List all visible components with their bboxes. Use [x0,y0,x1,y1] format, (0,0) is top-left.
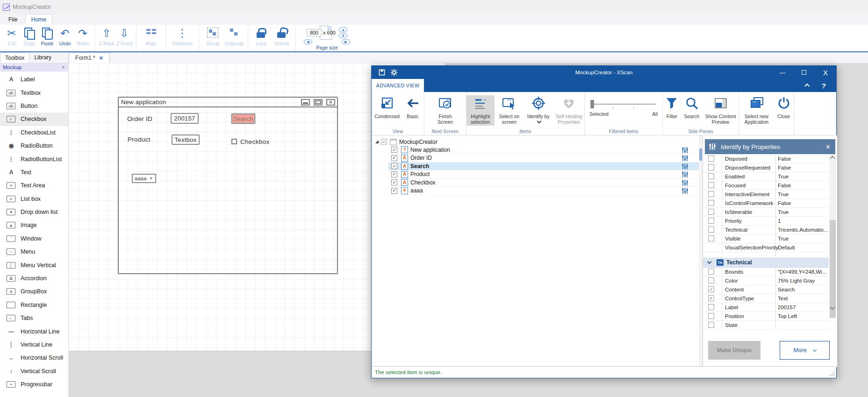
page-width-input[interactable]: 800 [307,29,322,36]
properties-scrollbar-thumb[interactable] [830,220,836,318]
xscan-titlebar[interactable]: MockupCreator - XScan — X [372,66,836,79]
ribbon-button[interactable]: Ungroup [223,26,245,46]
property-checkbox[interactable]: ✓ [708,191,714,197]
property-row[interactable]: ✓ IsSteerable True [703,208,829,217]
toolbox-item[interactable]: — Horizontal Line [0,325,68,338]
toolbox-item[interactable]: A Label [0,73,68,86]
toolbox-item[interactable]: ▴ Image [0,219,68,232]
property-checkbox[interactable]: ✓ [708,322,714,328]
product-textbox[interactable]: Textbox [172,135,200,145]
toolbox-tab[interactable]: Toolbox [0,52,29,63]
scroll-up-icon[interactable] [830,156,835,161]
product-label[interactable]: Product [128,136,151,143]
toolbox-item[interactable]: ⌐ Tabs [0,312,68,325]
tree-row[interactable]: ✓ A Search [388,163,699,171]
collapse-ribbon-icon[interactable] [804,84,810,89]
property-checkbox[interactable]: ✓ [708,209,714,215]
maximize-button[interactable] [793,66,815,79]
filter-button[interactable]: Filter [663,95,681,120]
toolbox-item[interactable]: ▪ Progressbar [0,378,68,391]
make-unique-button[interactable]: Make Unique [708,341,760,360]
property-checkbox[interactable]: ✓ [708,173,714,179]
mockup-window[interactable]: New application × Order ID 200157 Search… [118,97,338,274]
basic-button[interactable]: Basic [402,95,423,120]
ribbon-button[interactable]: ✂ Cut [3,26,21,46]
property-row[interactable]: ✓ DisposeRequested False [703,163,829,172]
close-panel-icon[interactable]: ✕ [825,143,831,150]
gear-icon[interactable] [390,69,398,76]
tree-row[interactable]: ✓ A Checkbox [388,179,699,187]
property-checkbox[interactable]: ✓ [708,182,714,188]
tree-root-row[interactable]: ✓ MockupCreator [372,138,699,146]
toolbox-item[interactable]: ⋮ RadioButtonList [0,152,68,165]
highlight-selection-button[interactable]: Highlight selection [466,95,495,126]
property-row[interactable]: ✓ Priority 1 [703,217,829,226]
page-width-up-button[interactable]: ▶ [342,39,350,44]
toolbox-item[interactable]: ▾ Drop down list [0,206,68,219]
toolbox-item[interactable]: ≣ Accordion [0,272,68,285]
property-row[interactable]: ✓ Content Search [703,285,829,294]
property-row[interactable]: ✓ Position Top Left [703,312,829,321]
identify-by-button[interactable]: Identify by [524,95,553,126]
property-row[interactable]: VisualSelectionPriority Default [703,243,829,252]
toolbox-item[interactable]: │ Vertical Line [0,338,68,351]
ribbon-button[interactable]: ↷ Redo [74,26,92,46]
select-new-application-button[interactable]: Select new Application [740,95,774,126]
ribbon-button[interactable]: Unlock [272,26,292,46]
minimize-button[interactable]: — [772,66,793,79]
property-row[interactable]: ✓ Bounds "{X=499,Y=248,Wi... [703,268,829,276]
slider-track[interactable] [591,104,656,105]
help-icon[interactable]: ? [822,82,826,90]
more-button[interactable]: More [780,341,830,360]
mockup-window-titlebar[interactable]: New application × [119,98,337,107]
toolbox-item[interactable]: A Text [0,166,68,179]
close-tab-icon[interactable]: ✕ [99,55,103,61]
property-checkbox[interactable]: ✓ [708,218,714,224]
show-content-preview-button[interactable]: Show Content Preview [703,95,739,126]
ribbon-button[interactable]: Group [202,26,223,46]
toolbox-item[interactable]: ≡ List box [0,192,68,206]
close-window-button[interactable]: X [815,66,836,79]
finish-screen-button[interactable]: Finish Screen [430,95,461,126]
toolbox-item[interactable]: │ Menu Vertical [0,258,68,271]
property-row[interactable]: ✓ Label 200157 [703,303,829,312]
tree-scrollbar-thumb[interactable] [699,149,702,161]
property-checkbox[interactable]: ✓ [708,295,714,301]
close-xscan-button[interactable]: Close [775,95,793,120]
ribbon-button[interactable]: Paste [38,26,56,46]
property-checkbox[interactable]: ✓ [708,227,714,233]
filtered-items-slider[interactable]: Selected All [588,95,659,123]
technical-section-header[interactable]: Th Technical [703,258,829,268]
toolbox-item[interactable]: ⋯ Menu [0,245,68,258]
property-row[interactable]: ✓ Enabled True [703,172,829,181]
property-checkbox[interactable]: ✓ [708,235,714,241]
mockup-checkbox-label[interactable]: Checkbox [240,138,269,145]
toolbox-category-header[interactable]: Mockup ▼ [0,63,68,71]
tree-row-checkbox[interactable]: ✓ [391,171,397,177]
order-id-textbox[interactable]: 200157 [171,113,199,124]
property-row[interactable]: ✓ Disposed False [703,155,829,163]
tree-row-checkbox[interactable]: ✓ [391,179,397,185]
page-width-down-button[interactable]: ◀ [304,39,312,44]
tree-row[interactable]: ✓ ? New application [388,146,699,155]
mockup-checkbox[interactable] [231,139,237,144]
advanced-view-tab[interactable]: ADVANCED VIEW [372,79,424,92]
property-row[interactable]: ✓ Color 75% Light Gray [703,276,829,285]
slider-thumb[interactable] [590,100,594,108]
toolbox-item[interactable]: Rectangle [0,298,68,312]
toolbox-item[interactable]: ab Button [0,99,68,113]
page-height-input[interactable]: 600 [327,30,336,35]
tree-expander-icon[interactable] [375,140,379,143]
tree-row-checkbox[interactable]: ✓ [391,155,397,161]
toolbox-item[interactable]: a GroupBox [0,285,68,298]
mockup-dropdown[interactable]: aaaa ▼ [132,174,156,183]
tree-row-checkbox[interactable]: ✓ [391,163,397,169]
save-icon[interactable] [378,69,386,76]
property-checkbox[interactable]: ✓ [708,286,714,292]
property-checkbox[interactable]: ✓ [708,269,714,275]
tree-root-checkbox[interactable]: ✓ [381,139,387,145]
ribbon-button[interactable]: ↶ Undo [56,26,74,46]
tree-row[interactable]: ✓ A Product [388,170,699,179]
property-checkbox[interactable]: ✓ [708,164,714,170]
condensed-button[interactable]: Condensed [373,95,402,120]
